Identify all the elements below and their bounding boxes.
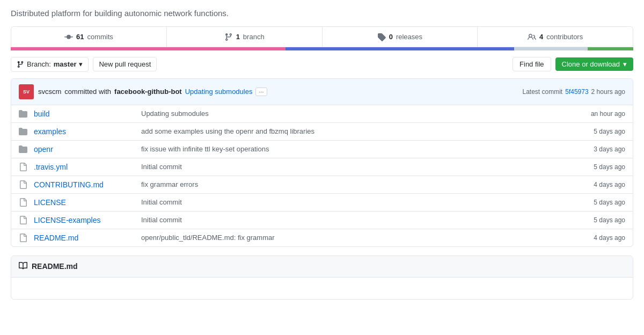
file-icon	[19, 234, 30, 242]
file-description: Initial commit	[141, 216, 594, 224]
file-name-link[interactable]: LICENSE-examples	[34, 216, 141, 224]
folder-icon	[19, 110, 30, 118]
new-pull-request-button[interactable]: New pull request	[93, 57, 157, 71]
contributors-count: 4	[539, 33, 543, 41]
language-progress-bar	[11, 47, 633, 50]
readme-section: README.md	[11, 256, 633, 300]
file-description: openr/public_tld/README.md: fix grammar	[141, 234, 594, 242]
commit-header: SV svcscm committed with facebook-github…	[11, 79, 633, 105]
stat-contributors[interactable]: 4 contributors	[478, 27, 633, 47]
toolbar-left: Branch: master ▾ New pull request	[11, 57, 157, 72]
file-name-link[interactable]: openr	[34, 145, 141, 154]
commit-hash-link[interactable]: 5f45973	[565, 88, 588, 96]
co-author-name: facebook-github-bot	[114, 88, 182, 96]
progress-pink	[11, 47, 286, 50]
file-name-link[interactable]: LICENSE	[34, 198, 141, 207]
file-name-link[interactable]: README.md	[34, 234, 141, 242]
file-description: fix grammar errors	[141, 180, 594, 188]
commit-message-link[interactable]: Updating submodules	[185, 88, 253, 96]
commit-ellipsis-button[interactable]: ···	[255, 88, 267, 96]
file-name-link[interactable]: .travis.yml	[34, 163, 141, 171]
clone-label-text: Clone or download	[562, 60, 620, 68]
table-row: LICENSE-examples Initial commit 5 days a…	[11, 212, 633, 229]
branch-name-value: master	[54, 60, 77, 68]
branch-icon	[224, 32, 233, 41]
file-description: Initial commit	[141, 163, 594, 171]
branch-label: branch	[243, 33, 265, 41]
file-time: 5 days ago	[594, 199, 625, 206]
commit-message-area: svcscm committed with facebook-github-bo…	[38, 88, 267, 96]
file-time: 5 days ago	[594, 128, 625, 135]
readme-icon	[19, 261, 27, 272]
file-time: an hour ago	[591, 110, 625, 118]
releases-icon	[377, 32, 386, 41]
branch-selector-icon	[17, 60, 24, 69]
clone-dropdown-icon: ▾	[623, 60, 627, 68]
contributors-label: contributors	[546, 33, 583, 41]
releases-label: releases	[396, 33, 422, 41]
file-icon	[19, 198, 30, 207]
find-file-button[interactable]: Find file	[513, 57, 551, 71]
table-row: .travis.yml Initial commit 5 days ago	[11, 158, 633, 176]
readme-header: README.md	[11, 256, 633, 278]
commits-count: 61	[76, 33, 84, 41]
file-icon	[19, 216, 30, 224]
file-name-link[interactable]: CONTRIBUTING.md	[34, 180, 141, 189]
branch-selector[interactable]: Branch: master ▾	[11, 57, 89, 72]
table-row: examples add some examples using the ope…	[11, 123, 633, 141]
latest-label: Latest commit	[523, 88, 563, 96]
file-time: 4 days ago	[594, 234, 625, 242]
stats-bar: 61 commits 1 branch 0 releases 4 contrib…	[11, 26, 633, 47]
committed-with-text: committed with	[64, 88, 111, 96]
stat-branch[interactable]: 1 branch	[167, 27, 323, 47]
stat-commits[interactable]: 61 commits	[11, 27, 167, 47]
branch-count: 1	[236, 33, 240, 41]
table-row: build Updating submodules an hour ago	[11, 105, 633, 123]
file-icon	[19, 163, 30, 171]
commit-time-ago: 2 hours ago	[591, 88, 625, 96]
toolbar-right: Find file Clone or download ▾	[513, 57, 633, 71]
table-row: LICENSE Initial commit 5 days ago	[11, 194, 633, 212]
file-description: Updating submodules	[141, 110, 591, 118]
stat-releases[interactable]: 0 releases	[323, 27, 478, 47]
commits-icon	[64, 32, 73, 41]
file-description: add some examples using the openr and fb…	[141, 127, 594, 135]
file-description: fix issue with infinite ttl key-set oper…	[141, 145, 594, 153]
file-name-link[interactable]: examples	[34, 127, 141, 136]
table-row: openr fix issue with infinite ttl key-se…	[11, 141, 633, 158]
file-table: SV svcscm committed with facebook-github…	[11, 78, 633, 247]
releases-count: 0	[389, 33, 393, 41]
file-time: 3 days ago	[594, 145, 625, 153]
file-time: 4 days ago	[594, 181, 625, 188]
file-time: 5 days ago	[594, 216, 625, 224]
repo-toolbar: Branch: master ▾ New pull request Find f…	[11, 57, 633, 72]
file-time: 5 days ago	[594, 163, 625, 171]
folder-icon	[19, 127, 30, 136]
contributors-icon	[528, 32, 536, 41]
commit-author: svcscm	[38, 88, 61, 96]
folder-icon	[19, 145, 30, 154]
file-icon	[19, 180, 30, 189]
commits-label: commits	[87, 33, 113, 41]
readme-title: README.md	[32, 262, 78, 271]
readme-content	[11, 278, 633, 299]
progress-blue	[286, 47, 514, 50]
progress-gray	[514, 47, 587, 50]
file-name-link[interactable]: build	[34, 110, 141, 118]
chevron-down-icon: ▾	[79, 60, 83, 68]
avatar: SV	[19, 84, 34, 99]
repo-description: Distributed platform for building autono…	[11, 9, 633, 18]
clone-or-download-button[interactable]: Clone or download ▾	[555, 57, 633, 71]
table-row: README.md openr/public_tld/README.md: fi…	[11, 229, 633, 246]
file-description: Initial commit	[141, 198, 594, 206]
latest-commit-info: Latest commit 5f45973 2 hours ago	[523, 88, 625, 96]
branch-label-text: Branch:	[27, 60, 51, 68]
progress-green	[588, 47, 633, 50]
commit-info: SV svcscm committed with facebook-github…	[19, 84, 267, 99]
table-row: CONTRIBUTING.md fix grammar errors 4 day…	[11, 176, 633, 194]
